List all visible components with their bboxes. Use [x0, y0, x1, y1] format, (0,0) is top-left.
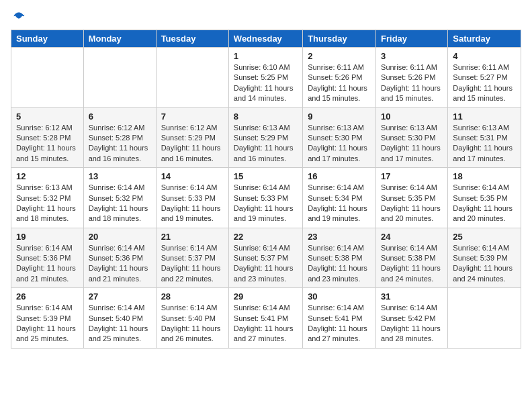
- day-info: Sunrise: 6:13 AM Sunset: 5:29 PM Dayligh…: [234, 123, 298, 165]
- day-number: 25: [453, 232, 516, 242]
- day-info: Sunrise: 6:13 AM Sunset: 5:31 PM Dayligh…: [453, 123, 516, 165]
- day-info: Sunrise: 6:13 AM Sunset: 5:30 PM Dayligh…: [308, 123, 371, 165]
- day-info: Sunrise: 6:14 AM Sunset: 5:39 PM Dayligh…: [16, 303, 79, 345]
- calendar-cell: 13Sunrise: 6:14 AM Sunset: 5:32 PM Dayli…: [83, 168, 156, 228]
- calendar-cell: 16Sunrise: 6:14 AM Sunset: 5:34 PM Dayli…: [303, 168, 376, 228]
- day-number: 14: [161, 171, 224, 181]
- calendar-cell: 4Sunrise: 6:11 AM Sunset: 5:27 PM Daylig…: [448, 48, 521, 108]
- day-number: 11: [453, 111, 516, 122]
- week-row-3: 12Sunrise: 6:13 AM Sunset: 5:32 PM Dayli…: [11, 168, 521, 228]
- day-info: Sunrise: 6:14 AM Sunset: 5:36 PM Dayligh…: [89, 243, 151, 285]
- day-number: 7: [161, 111, 224, 122]
- calendar-cell: 24Sunrise: 6:14 AM Sunset: 5:38 PM Dayli…: [376, 228, 448, 288]
- day-info: Sunrise: 6:14 AM Sunset: 5:32 PM Dayligh…: [89, 183, 151, 224]
- day-number: 8: [234, 111, 298, 122]
- day-number: 30: [308, 291, 371, 302]
- day-info: Sunrise: 6:14 AM Sunset: 5:35 PM Dayligh…: [453, 183, 516, 224]
- day-number: 1: [234, 51, 298, 61]
- calendar-cell: 9Sunrise: 6:13 AM Sunset: 5:30 PM Daylig…: [303, 107, 376, 168]
- day-number: 6: [89, 111, 151, 122]
- calendar-cell: 29Sunrise: 6:14 AM Sunset: 5:41 PM Dayli…: [228, 288, 302, 349]
- day-info: Sunrise: 6:14 AM Sunset: 5:40 PM Dayligh…: [89, 303, 151, 345]
- calendar-cell: 17Sunrise: 6:14 AM Sunset: 5:35 PM Dayli…: [376, 168, 448, 228]
- logo: [11, 11, 26, 24]
- day-info: Sunrise: 6:14 AM Sunset: 5:41 PM Dayligh…: [308, 303, 371, 345]
- calendar-cell: 27Sunrise: 6:14 AM Sunset: 5:40 PM Dayli…: [83, 288, 156, 349]
- calendar-cell: 21Sunrise: 6:14 AM Sunset: 5:37 PM Dayli…: [156, 228, 228, 288]
- calendar-table: SundayMondayTuesdayWednesdayThursdayFrid…: [11, 30, 521, 349]
- day-number: 2: [308, 51, 371, 61]
- calendar-cell: [448, 288, 521, 349]
- calendar-cell: 18Sunrise: 6:14 AM Sunset: 5:35 PM Dayli…: [448, 168, 521, 228]
- calendar-cell: 25Sunrise: 6:14 AM Sunset: 5:39 PM Dayli…: [448, 228, 521, 288]
- calendar-cell: 20Sunrise: 6:14 AM Sunset: 5:36 PM Dayli…: [83, 228, 156, 288]
- day-number: 22: [234, 232, 298, 242]
- calendar-cell: 5Sunrise: 6:12 AM Sunset: 5:28 PM Daylig…: [11, 107, 84, 168]
- weekday-header-thursday: Thursday: [303, 30, 376, 48]
- week-row-2: 5Sunrise: 6:12 AM Sunset: 5:28 PM Daylig…: [11, 107, 521, 168]
- week-row-5: 26Sunrise: 6:14 AM Sunset: 5:39 PM Dayli…: [11, 288, 521, 349]
- day-number: 15: [234, 171, 298, 181]
- calendar-cell: 3Sunrise: 6:11 AM Sunset: 5:26 PM Daylig…: [376, 48, 448, 108]
- day-number: 31: [381, 291, 443, 302]
- weekday-header-tuesday: Tuesday: [156, 30, 228, 48]
- calendar-cell: 14Sunrise: 6:14 AM Sunset: 5:33 PM Dayli…: [156, 168, 228, 228]
- day-number: 16: [308, 171, 371, 181]
- day-number: 26: [16, 291, 79, 302]
- page-header: [11, 11, 521, 24]
- day-info: Sunrise: 6:12 AM Sunset: 5:28 PM Dayligh…: [89, 123, 151, 165]
- day-number: 10: [381, 111, 443, 122]
- day-info: Sunrise: 6:12 AM Sunset: 5:29 PM Dayligh…: [161, 123, 224, 165]
- day-info: Sunrise: 6:10 AM Sunset: 5:25 PM Dayligh…: [234, 62, 298, 104]
- day-number: 5: [16, 111, 79, 122]
- day-number: 4: [453, 51, 516, 61]
- calendar-cell: 23Sunrise: 6:14 AM Sunset: 5:38 PM Dayli…: [303, 228, 376, 288]
- day-info: Sunrise: 6:14 AM Sunset: 5:34 PM Dayligh…: [308, 183, 371, 224]
- day-info: Sunrise: 6:13 AM Sunset: 5:32 PM Dayligh…: [16, 183, 79, 224]
- day-number: 3: [381, 51, 443, 61]
- day-number: 21: [161, 232, 224, 242]
- weekday-header-wednesday: Wednesday: [228, 30, 302, 48]
- day-info: Sunrise: 6:14 AM Sunset: 5:37 PM Dayligh…: [161, 243, 224, 285]
- calendar-cell: 1Sunrise: 6:10 AM Sunset: 5:25 PM Daylig…: [228, 48, 302, 108]
- day-info: Sunrise: 6:13 AM Sunset: 5:30 PM Dayligh…: [381, 123, 443, 165]
- calendar-cell: 26Sunrise: 6:14 AM Sunset: 5:39 PM Dayli…: [11, 288, 84, 349]
- day-info: Sunrise: 6:14 AM Sunset: 5:33 PM Dayligh…: [161, 183, 224, 224]
- calendar-cell: 28Sunrise: 6:14 AM Sunset: 5:40 PM Dayli…: [156, 288, 228, 349]
- week-row-1: 1Sunrise: 6:10 AM Sunset: 5:25 PM Daylig…: [11, 48, 521, 108]
- weekday-header-sunday: Sunday: [11, 30, 84, 48]
- calendar-cell: 30Sunrise: 6:14 AM Sunset: 5:41 PM Dayli…: [303, 288, 376, 349]
- calendar-cell: 31Sunrise: 6:14 AM Sunset: 5:42 PM Dayli…: [376, 288, 448, 349]
- calendar-cell: 12Sunrise: 6:13 AM Sunset: 5:32 PM Dayli…: [11, 168, 84, 228]
- calendar-cell: 6Sunrise: 6:12 AM Sunset: 5:28 PM Daylig…: [83, 107, 156, 168]
- day-info: Sunrise: 6:11 AM Sunset: 5:26 PM Dayligh…: [308, 62, 371, 104]
- day-info: Sunrise: 6:14 AM Sunset: 5:38 PM Dayligh…: [381, 243, 443, 285]
- day-info: Sunrise: 6:14 AM Sunset: 5:33 PM Dayligh…: [234, 183, 298, 224]
- day-info: Sunrise: 6:14 AM Sunset: 5:37 PM Dayligh…: [234, 243, 298, 285]
- day-info: Sunrise: 6:14 AM Sunset: 5:42 PM Dayligh…: [381, 303, 443, 345]
- day-number: 12: [16, 171, 79, 181]
- weekday-header-friday: Friday: [376, 30, 448, 48]
- day-number: 20: [89, 232, 151, 242]
- day-number: 24: [381, 232, 443, 242]
- day-info: Sunrise: 6:14 AM Sunset: 5:40 PM Dayligh…: [161, 303, 224, 345]
- day-number: 23: [308, 232, 371, 242]
- calendar-cell: [11, 48, 84, 108]
- calendar-cell: [83, 48, 156, 108]
- day-number: 18: [453, 171, 516, 181]
- calendar-cell: 10Sunrise: 6:13 AM Sunset: 5:30 PM Dayli…: [376, 107, 448, 168]
- day-info: Sunrise: 6:14 AM Sunset: 5:36 PM Dayligh…: [16, 243, 79, 285]
- calendar-cell: [156, 48, 228, 108]
- day-info: Sunrise: 6:14 AM Sunset: 5:35 PM Dayligh…: [381, 183, 443, 224]
- weekday-header-row: SundayMondayTuesdayWednesdayThursdayFrid…: [11, 30, 521, 48]
- calendar-cell: 15Sunrise: 6:14 AM Sunset: 5:33 PM Dayli…: [228, 168, 302, 228]
- day-info: Sunrise: 6:14 AM Sunset: 5:41 PM Dayligh…: [234, 303, 298, 345]
- day-number: 29: [234, 291, 298, 302]
- day-number: 28: [161, 291, 224, 302]
- day-info: Sunrise: 6:12 AM Sunset: 5:28 PM Dayligh…: [16, 123, 79, 165]
- calendar-cell: 11Sunrise: 6:13 AM Sunset: 5:31 PM Dayli…: [448, 107, 521, 168]
- weekday-header-monday: Monday: [83, 30, 156, 48]
- calendar-cell: 22Sunrise: 6:14 AM Sunset: 5:37 PM Dayli…: [228, 228, 302, 288]
- calendar-cell: 2Sunrise: 6:11 AM Sunset: 5:26 PM Daylig…: [303, 48, 376, 108]
- calendar-cell: 19Sunrise: 6:14 AM Sunset: 5:36 PM Dayli…: [11, 228, 84, 288]
